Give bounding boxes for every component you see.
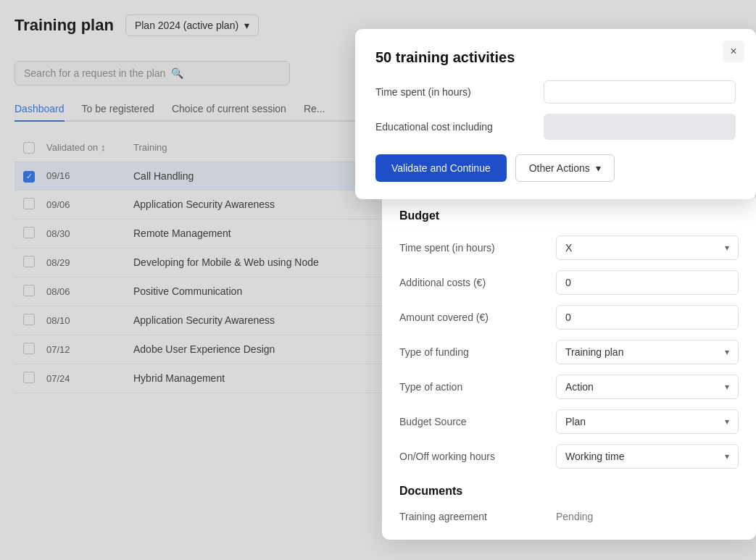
working-hours-select[interactable]: Working time ▾ — [556, 444, 739, 469]
chevron-down-icon: ▾ — [725, 382, 729, 392]
edu-cost-label: Educational cost including — [375, 121, 535, 133]
chevron-down-icon: ▾ — [725, 243, 729, 253]
type-action-label: Type of action — [399, 381, 544, 393]
budget-section-title: Budget — [399, 209, 739, 222]
type-action-row: Type of action Action ▾ — [399, 375, 739, 399]
budget-time-select[interactable]: X ▾ — [556, 235, 739, 260]
budget-source-row: Budget Source Plan ▾ — [399, 409, 739, 434]
time-spent-input[interactable] — [544, 80, 736, 104]
additional-costs-label: Additional costs (€) — [399, 277, 544, 288]
chevron-down-icon: ▾ — [596, 162, 601, 174]
budget-source-label: Budget Source — [399, 416, 544, 427]
modal-title: 50 training activities — [375, 49, 736, 66]
edu-cost-display — [544, 114, 736, 140]
budget-source-select[interactable]: Plan ▾ — [556, 409, 739, 434]
validate-continue-button[interactable]: Validate and Continue — [375, 154, 507, 182]
working-hours-label: On/Off working hours — [399, 451, 544, 462]
budget-panel: Budget Time spent (in hours) X ▾ Additio… — [382, 192, 756, 540]
modal-dialog: × 50 training activities Time spent (in … — [355, 29, 756, 199]
other-actions-button[interactable]: Other Actions ▾ — [515, 154, 615, 182]
type-funding-row: Type of funding Training plan ▾ — [399, 340, 739, 364]
amount-covered-row: Amount covered (€) — [399, 305, 739, 330]
additional-costs-input[interactable] — [556, 270, 739, 295]
working-hours-row: On/Off working hours Working time ▾ — [399, 444, 739, 469]
training-agreement-row: Training agreement Pending — [399, 511, 739, 522]
time-spent-label: Time spent (in hours) — [375, 86, 535, 98]
budget-time-spent-row: Time spent (in hours) X ▾ — [399, 235, 739, 260]
amount-covered-label: Amount covered (€) — [399, 312, 544, 323]
amount-covered-input[interactable] — [556, 305, 739, 330]
training-agreement-status: Pending — [556, 511, 593, 522]
type-funding-label: Type of funding — [399, 346, 544, 358]
chevron-down-icon: ▾ — [725, 451, 729, 461]
edu-cost-field: Educational cost including — [375, 114, 736, 140]
budget-time-label: Time spent (in hours) — [399, 242, 544, 254]
time-spent-field: Time spent (in hours) — [375, 80, 736, 104]
type-action-select[interactable]: Action ▾ — [556, 375, 739, 399]
type-funding-select[interactable]: Training plan ▾ — [556, 340, 739, 364]
close-button[interactable]: × — [723, 41, 744, 62]
training-agreement-label: Training agreement — [399, 511, 544, 522]
additional-costs-row: Additional costs (€) — [399, 270, 739, 295]
modal-actions: Validate and Continue Other Actions ▾ — [375, 154, 736, 182]
documents-title: Documents — [399, 485, 739, 498]
documents-section: Documents Training agreement Pending — [399, 485, 739, 522]
chevron-down-icon: ▾ — [725, 417, 729, 427]
chevron-down-icon: ▾ — [725, 347, 729, 357]
